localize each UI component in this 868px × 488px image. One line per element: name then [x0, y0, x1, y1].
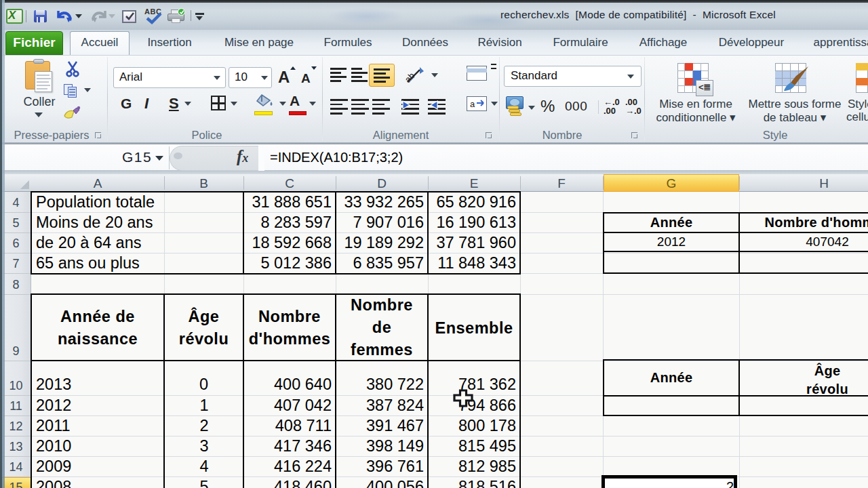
svg-text:ab: ab [405, 70, 417, 85]
